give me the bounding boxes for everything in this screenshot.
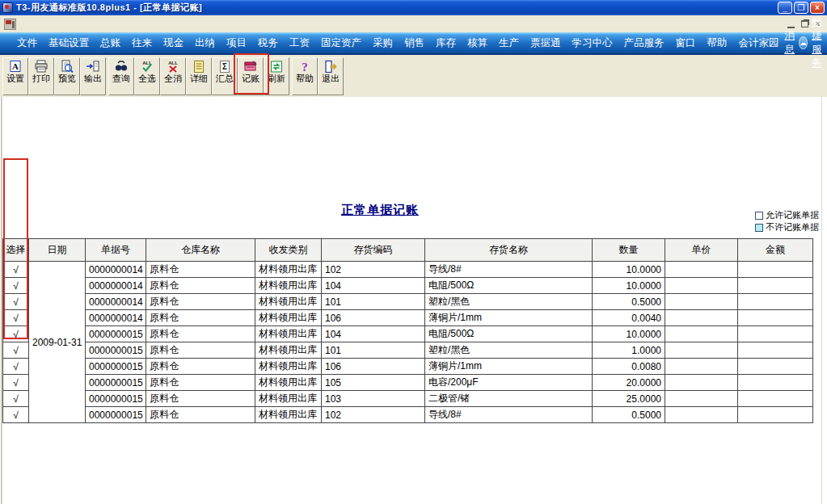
- cell-item-code: 104: [322, 278, 425, 294]
- row-select-mark[interactable]: √: [3, 262, 29, 278]
- toolbar-button-exit[interactable]: 退出: [318, 57, 344, 95]
- toolbar-button-refresh[interactable]: 刷新: [264, 57, 289, 95]
- cell-item-name: 导线/8#: [425, 262, 593, 278]
- cell-quantity: 0.0080: [593, 359, 665, 375]
- record-filters: 允许记账单据不许记账单据: [755, 209, 819, 233]
- toolbar-button-preview[interactable]: 预览: [54, 57, 80, 95]
- toolbar-button-search[interactable]: 查询: [108, 57, 134, 95]
- table-row: √0000000015原料仓材料领用出库101塑粒/黑色1.0000: [3, 342, 813, 359]
- toolbar-button-post-ledger[interactable]: 记账: [238, 57, 264, 95]
- menu-item-1[interactable]: 基础设置: [43, 36, 95, 50]
- row-select-mark[interactable]: √: [3, 326, 29, 342]
- column-header-8: 单价: [665, 239, 738, 262]
- menu-item-3[interactable]: 往来: [126, 36, 158, 50]
- cell-amount: [738, 391, 813, 407]
- window-left-edge: [1, 97, 2, 504]
- cell-voucher-no: 0000000014: [86, 294, 146, 310]
- menu-item-10[interactable]: 采购: [367, 36, 399, 50]
- menu-item-9[interactable]: 固定资产: [315, 36, 367, 50]
- column-header-4: 收发类别: [255, 239, 322, 262]
- toolbar-button-select-all[interactable]: ALL全选: [134, 57, 160, 95]
- menu-item-20[interactable]: 会计家园: [733, 36, 785, 50]
- row-select-mark[interactable]: √: [3, 391, 29, 407]
- cell-amount: [738, 359, 813, 375]
- cell-quantity: 1.0000: [593, 342, 665, 359]
- cell-item-name: 电阻/500Ω: [425, 326, 593, 342]
- column-header-2: 单据号: [86, 239, 146, 262]
- menu-item-19[interactable]: 帮助: [702, 36, 733, 50]
- menu-item-16[interactable]: 学习中心: [567, 36, 618, 50]
- toolbar-button-label: 预览: [58, 74, 76, 84]
- menu-item-8[interactable]: 工资: [284, 36, 315, 50]
- row-select-mark[interactable]: √: [3, 375, 29, 391]
- row-select-mark[interactable]: √: [3, 407, 29, 423]
- cell-amount: [738, 262, 813, 278]
- cell-category: 材料领用出库: [255, 359, 322, 375]
- checkbox-deny-posting[interactable]: [755, 224, 763, 232]
- menu-item-15[interactable]: 票据通: [525, 36, 567, 50]
- toolbar-button-detail[interactable]: 详细: [186, 57, 212, 95]
- cell-item-code: 102: [322, 407, 425, 423]
- export-icon: [86, 60, 100, 74]
- menu-item-12[interactable]: 库存: [430, 36, 462, 50]
- toolbar-button-label: 设置: [6, 74, 24, 84]
- cloud-icon: ☁: [799, 36, 808, 49]
- toolbar-button-settings[interactable]: A设置: [2, 57, 28, 95]
- row-select-mark[interactable]: √: [3, 278, 29, 294]
- close-window-button[interactable]: ×: [810, 2, 825, 14]
- toolbar-button-deselect-all[interactable]: ALL全消: [160, 57, 186, 95]
- detail-icon: [192, 60, 206, 74]
- checkbox-label: 不许记账单据: [766, 221, 819, 233]
- minimize-window-button[interactable]: _: [778, 2, 792, 14]
- cell-item-name: 塑粒/黑色: [425, 342, 593, 359]
- cell-warehouse: 原料仓: [146, 359, 255, 375]
- menu-item-0[interactable]: 文件: [11, 36, 43, 50]
- toolbar-button-print[interactable]: 打印: [28, 57, 54, 95]
- cell-quantity: 10.0000: [593, 262, 665, 278]
- content-area: 正常单据记账 允许记账单据不许记账单据 选择日期单据号仓库名称收发类别存货编码存…: [0, 97, 827, 504]
- menu-item-17[interactable]: 产品服务: [618, 36, 670, 50]
- row-select-mark[interactable]: √: [3, 359, 29, 375]
- menu-item-4[interactable]: 现金: [158, 36, 189, 50]
- app-logo-icon: [2, 2, 13, 13]
- checkbox-label: 允许记账单据: [766, 209, 819, 221]
- restore-window-button[interactable]: ❐: [794, 2, 808, 14]
- toolbar-button-export[interactable]: 输出: [80, 57, 106, 95]
- menu-item-11[interactable]: 销售: [399, 36, 430, 50]
- cell-amount: [738, 407, 813, 423]
- cell-unit-price: [665, 294, 738, 310]
- cell-voucher-no: 0000000014: [86, 262, 146, 278]
- menu-item-13[interactable]: 核算: [462, 36, 493, 50]
- cell-unit-price: [665, 310, 738, 326]
- page-title: 正常单据记账: [0, 203, 760, 218]
- svg-text:?: ?: [302, 61, 308, 74]
- changjie-service-link[interactable]: 畅捷服务: [812, 15, 826, 70]
- toolbar-button-help[interactable]: ?帮助: [292, 57, 318, 95]
- cell-item-code: 103: [322, 391, 425, 407]
- toolbar-button-label: 记账: [242, 74, 259, 84]
- row-select-mark[interactable]: √: [3, 294, 29, 310]
- cell-amount: [738, 294, 813, 310]
- menu-item-14[interactable]: 生产: [493, 36, 525, 50]
- menu-item-7[interactable]: 税务: [252, 36, 284, 50]
- cell-category: 材料领用出库: [255, 278, 322, 294]
- cell-amount: [738, 326, 813, 342]
- menu-item-18[interactable]: 窗口: [670, 36, 702, 50]
- table-row: √0000000014原料仓材料领用出库104电阻/500Ω10.0000: [3, 278, 813, 294]
- menu-item-5[interactable]: 出纳: [189, 36, 221, 50]
- cell-item-name: 二极管/锗: [425, 391, 593, 407]
- menu-item-6[interactable]: 项目: [221, 36, 252, 50]
- cell-unit-price: [665, 407, 738, 423]
- cell-unit-price: [665, 278, 738, 294]
- refresh-icon: [269, 60, 284, 74]
- cell-item-code: 101: [322, 342, 425, 359]
- menu-item-2[interactable]: 总账: [95, 36, 126, 50]
- messages-link[interactable]: 消息: [785, 29, 795, 57]
- checkbox-allow-posting[interactable]: [755, 212, 763, 220]
- row-select-mark[interactable]: √: [3, 342, 29, 359]
- cell-category: 材料领用出库: [255, 310, 322, 326]
- row-select-mark[interactable]: √: [3, 310, 29, 326]
- window-right-edge: [821, 97, 822, 504]
- toolbar-button-sigma-summary[interactable]: Σ汇总: [212, 57, 238, 95]
- table-row: √0000000015原料仓材料领用出库105电容/200μF20.0000: [3, 375, 813, 391]
